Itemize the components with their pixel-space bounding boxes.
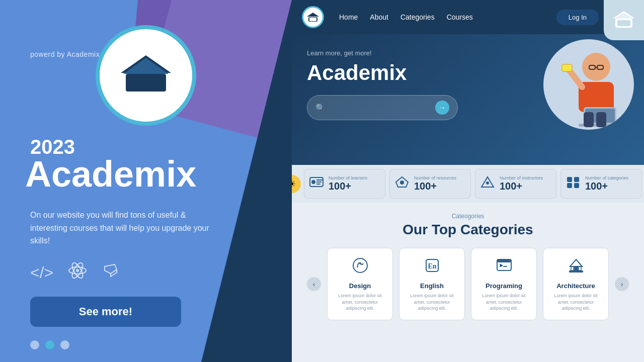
login-button[interactable]: Log In — [556, 10, 599, 25]
programming-desc: Lorem ipsum dolor sit amet, consectetur … — [477, 293, 530, 312]
design-icon — [334, 256, 386, 278]
stat-card-resources: Number of resources 100+ — [389, 169, 471, 199]
dot-1[interactable] — [30, 340, 39, 349]
nav-home[interactable]: Home — [339, 13, 358, 21]
instructors-icon — [480, 176, 495, 192]
search-submit-button[interactable]: → — [435, 101, 449, 115]
website-mockup: Home About Categories Courses Log In Lea… — [292, 0, 644, 362]
svg-point-8 — [76, 269, 79, 272]
nav-logo — [302, 6, 324, 28]
svg-rect-32 — [567, 183, 572, 188]
graduation-cap-icon — [116, 53, 176, 98]
categories-icon — [566, 176, 580, 192]
architecture-desc: Lorem ipsum dolor sit amet, consectetur … — [549, 293, 602, 312]
tagline-text: On our website you will find tons of use… — [30, 209, 221, 247]
svg-rect-30 — [567, 177, 572, 182]
category-card-programming[interactable]: Programing Lorem ipsum dolor sit amet, c… — [471, 248, 537, 320]
english-title: English — [406, 282, 458, 290]
prev-category-button[interactable]: ‹ — [307, 277, 321, 291]
design-title: Design — [334, 282, 386, 290]
powered-by-text: powerd by Academix — [30, 50, 100, 58]
hero-section: Learn more, get more! Academix 🔍 → — [292, 34, 644, 165]
stat-info-instructors: Number of instructors 100+ — [500, 175, 543, 192]
category-card-english[interactable]: En English Lorem ipsum dolor sit amet, c… — [399, 248, 465, 320]
stat-info-categories: Number of categories 100+ — [585, 175, 628, 192]
stat-info-resources: Number of resources 100+ — [414, 175, 456, 192]
diagonal-overlay — [201, 0, 292, 362]
design-desc: Lorem ipsum dolor sit amet, consectetur … — [334, 293, 386, 312]
svg-marker-3 — [123, 58, 169, 74]
dot-2[interactable] — [45, 340, 54, 349]
sun-icon: ☀ — [292, 175, 301, 193]
stats-row: ☀ Number of learners 100+ — [292, 165, 644, 203]
corner-grad-cap-icon — [611, 9, 636, 31]
stat-info-learners: Number of learners 100+ — [329, 175, 367, 192]
search-bar: 🔍 → — [307, 95, 458, 120]
categories-subtitle: Cateogories — [307, 213, 629, 220]
category-card-architecture[interactable]: Architecture Lorem ipsum dolor sit amet,… — [543, 248, 609, 320]
search-input[interactable] — [331, 104, 435, 112]
svg-rect-43 — [571, 266, 574, 270]
nav-about[interactable]: About — [370, 13, 388, 21]
nav-bar: Home About Categories Courses Log In — [292, 0, 644, 34]
stat-label-categories: Number of categories — [585, 175, 628, 180]
corner-decoration — [604, 0, 644, 40]
svg-rect-4 — [127, 75, 165, 90]
category-card-design[interactable]: Design Lorem ipsum dolor sit amet, conse… — [327, 248, 393, 320]
svg-rect-47 — [617, 20, 630, 26]
svg-point-27 — [400, 180, 404, 185]
svg-rect-22 — [584, 112, 594, 127]
nav-links: Home About Categories Courses — [339, 13, 473, 21]
stat-label-instructors: Number of instructors — [500, 175, 543, 180]
svg-rect-33 — [574, 183, 579, 188]
stat-number-resources: 100+ — [414, 180, 456, 192]
categories-title: Our Top Categories — [307, 222, 629, 238]
nav-categories[interactable]: Categories — [400, 13, 435, 21]
code-icon: </> — [30, 263, 53, 282]
svg-rect-11 — [309, 18, 316, 21]
svg-line-17 — [569, 69, 582, 87]
resources-icon — [395, 176, 409, 192]
architecture-title: Architecture — [549, 282, 602, 290]
stat-card-learners: Number of learners 100+ — [304, 169, 385, 199]
svg-rect-18 — [562, 64, 572, 71]
logo-inner — [106, 35, 186, 116]
svg-point-35 — [359, 262, 361, 264]
english-desc: Lorem ipsum dolor sit amet, consectetur … — [406, 293, 458, 312]
english-icon: En — [406, 256, 458, 278]
react-icon — [68, 261, 87, 284]
svg-rect-44 — [579, 266, 581, 270]
right-panel: Home About Categories Courses Log In Lea… — [292, 0, 644, 362]
nav-courses[interactable]: Courses — [447, 13, 473, 21]
brand-name: Academix — [25, 156, 196, 192]
stat-number-learners: 100+ — [329, 180, 367, 192]
svg-rect-31 — [574, 177, 579, 182]
left-panel: powerd by Academix 2023 Academix On our … — [0, 0, 292, 362]
svg-text:En: En — [428, 262, 436, 270]
svg-rect-42 — [574, 266, 578, 270]
laravel-icon — [102, 261, 120, 284]
svg-marker-9 — [307, 13, 319, 17]
hero-person-illustration — [551, 49, 626, 130]
see-more-button[interactable]: See more! — [30, 297, 181, 327]
next-category-button[interactable]: › — [615, 277, 629, 291]
svg-point-25 — [311, 180, 315, 184]
svg-point-34 — [353, 258, 367, 273]
search-icon: 🔍 — [315, 103, 326, 113]
stat-label-resources: Number of resources — [414, 175, 456, 180]
svg-rect-39 — [497, 259, 511, 262]
svg-point-29 — [486, 182, 489, 185]
stat-number-categories: 100+ — [585, 180, 628, 192]
category-cards-row: ‹ Design Lorem ipsum dolor sit amet, con… — [307, 248, 629, 320]
stat-card-categories: Number of categories 100+ — [560, 169, 642, 199]
stat-card-instructors: Number of instructors 100+ — [475, 169, 556, 199]
stat-label-learners: Number of learners — [329, 175, 367, 180]
logo-circle — [96, 25, 196, 126]
learners-icon — [309, 176, 324, 192]
svg-marker-41 — [570, 259, 582, 266]
stat-number-instructors: 100+ — [500, 180, 543, 192]
carousel-dots — [30, 340, 69, 349]
architecture-icon — [549, 256, 602, 278]
programming-icon — [477, 256, 530, 278]
dot-3[interactable] — [60, 340, 69, 349]
